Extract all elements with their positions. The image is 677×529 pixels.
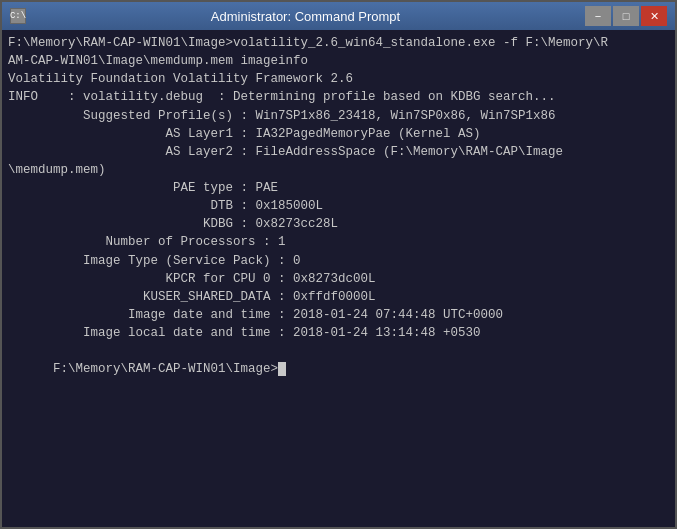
command-prompt-window: C:\ Administrator: Command Prompt − □ ✕ … (0, 0, 677, 529)
terminal-line-8: PAE type : PAE (8, 179, 669, 197)
terminal-line-14: KUSER_SHARED_DATA : 0xffdf0000L (8, 288, 669, 306)
terminal-line-9: DTB : 0x185000L (8, 197, 669, 215)
window-title: Administrator: Command Prompt (26, 9, 585, 24)
terminal-prompt-line: F:\Memory\RAM-CAP-WIN01\Image> (8, 342, 669, 396)
terminal-line-6: AS Layer2 : FileAddressSpace (F:\Memory\… (8, 143, 669, 161)
cursor (278, 362, 286, 376)
terminal-line-13: KPCR for CPU 0 : 0x8273dc00L (8, 270, 669, 288)
terminal-line-15: Image date and time : 2018-01-24 07:44:4… (8, 306, 669, 324)
terminal-line-1: AM-CAP-WIN01\Image\memdump.mem imageinfo (8, 52, 669, 70)
window-icon: C:\ (10, 8, 26, 24)
terminal-line-11: Number of Processors : 1 (8, 233, 669, 251)
window-controls: − □ ✕ (585, 6, 667, 26)
terminal-line-3: INFO : volatility.debug : Determining pr… (8, 88, 669, 106)
terminal-line-7: \memdump.mem) (8, 161, 669, 179)
terminal-line-4: Suggested Profile(s) : Win7SP1x86_23418,… (8, 107, 669, 125)
close-button[interactable]: ✕ (641, 6, 667, 26)
terminal-line-10: KDBG : 0x8273cc28L (8, 215, 669, 233)
terminal-line-0: F:\Memory\RAM-CAP-WIN01\Image>volatility… (8, 34, 669, 52)
minimize-button[interactable]: − (585, 6, 611, 26)
terminal-line-12: Image Type (Service Pack) : 0 (8, 252, 669, 270)
terminal-line-5: AS Layer1 : IA32PagedMemoryPae (Kernel A… (8, 125, 669, 143)
title-bar: C:\ Administrator: Command Prompt − □ ✕ (2, 2, 675, 30)
terminal-line-16: Image local date and time : 2018-01-24 1… (8, 324, 669, 342)
terminal-body[interactable]: F:\Memory\RAM-CAP-WIN01\Image>volatility… (2, 30, 675, 527)
terminal-line-2: Volatility Foundation Volatility Framewo… (8, 70, 669, 88)
maximize-button[interactable]: □ (613, 6, 639, 26)
